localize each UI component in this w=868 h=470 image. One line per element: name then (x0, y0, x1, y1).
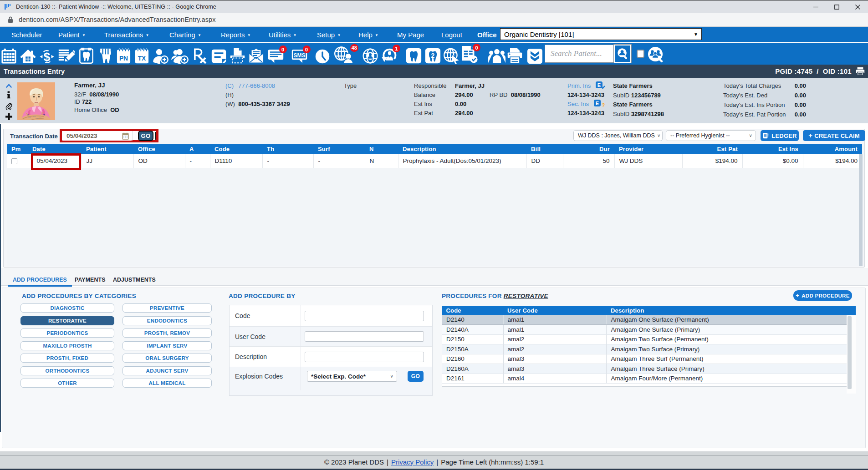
category-preventive[interactable]: PREVENTIVE (123, 303, 212, 313)
close-button[interactable] (847, 0, 868, 13)
maximize-button[interactable] (826, 0, 847, 13)
tooth-box-icon[interactable] (406, 46, 422, 66)
category-periodontics[interactable]: PERIODONTICS (20, 328, 114, 338)
prim-ins-eligibility-icon[interactable]: E (596, 81, 607, 89)
provider-select[interactable]: WJ DDS : Jones, William DDS˅ (573, 130, 663, 141)
transactions-scrollbar[interactable] (859, 154, 863, 266)
menu-patient[interactable]: Patient▾ (58, 27, 85, 42)
category-oral-surgery[interactable]: ORAL SURGERY (123, 354, 212, 363)
transaction-row[interactable]: 05/04/2023 JJ OD - D1110 - - N Prophylax… (7, 154, 862, 168)
schedule-icon[interactable] (1, 46, 16, 66)
category-orthodontics[interactable]: ORTHODONTICS (20, 366, 114, 375)
calendar-picker-icon[interactable] (122, 132, 129, 140)
category-restorative[interactable]: RESTORATIVE (20, 316, 114, 325)
add-patient-icon[interactable] (153, 46, 169, 66)
category-maxillo-prosth[interactable]: MAXILLO PROSTH (20, 341, 114, 350)
scan-document-icon[interactable] (230, 46, 245, 66)
browser-address-bar[interactable]: denticon.com/ASPX/Transactions/AdvancedT… (0, 13, 868, 27)
attachments-icon[interactable] (5, 102, 12, 111)
tab-payments[interactable]: PAYMENTS (75, 273, 105, 285)
perio-chart-icon[interactable] (98, 46, 112, 66)
scrollbar-thumb[interactable] (848, 316, 852, 389)
transaction-date-input[interactable]: 05/04/2023 (62, 131, 132, 141)
search-patient-button[interactable] (614, 45, 631, 63)
category-adjunct-serv[interactable]: ADJUNCT SERV (123, 366, 212, 375)
category-prosth-fixed[interactable]: PROSTH, FIXED (20, 354, 114, 363)
category-endodontics[interactable]: ENDODONTICS (123, 316, 212, 325)
menu-charting[interactable]: Charting▾ (169, 27, 200, 42)
code-input[interactable] (305, 311, 424, 321)
sms-icon[interactable]: SMS0 (291, 46, 307, 66)
family-search-icon[interactable] (647, 45, 665, 65)
menu-help[interactable]: Help▾ (358, 27, 378, 42)
note-icon[interactable] (211, 46, 226, 66)
print-page-icon[interactable] (855, 66, 865, 78)
scrollbar-thumb[interactable] (859, 154, 863, 266)
procedure-row-d2150[interactable]: D2150amal2Amalgam Two Surface (Permanent… (442, 334, 856, 344)
treatment-plan-icon[interactable]: TX (135, 46, 149, 66)
transaction-date-go-button[interactable]: GO (138, 131, 153, 141)
rx-icon[interactable] (192, 46, 207, 66)
patient-photo[interactable] (17, 82, 55, 120)
progress-notes-icon[interactable]: PN (117, 46, 131, 66)
menu-logout[interactable]: Logout (441, 27, 462, 42)
privacy-policy-link[interactable]: Privacy Policy (391, 458, 434, 466)
payment-icon[interactable]: $ (39, 47, 55, 67)
procedure-row-d2140a[interactable]: D2140Aamal1Amalgam One Surface (Primary) (442, 325, 856, 335)
add-family-icon[interactable] (171, 46, 189, 66)
menu-scheduler[interactable]: Scheduler (11, 27, 42, 42)
ledger-button[interactable]: LEDGER (761, 130, 799, 141)
category-prosth-remov[interactable]: PROSTH, REMOV (123, 328, 212, 338)
row-checkbox[interactable] (11, 158, 17, 164)
sec-ins-eligibility-icon[interactable]: E ? (594, 100, 605, 107)
procedures-scrollbar[interactable] (847, 315, 856, 394)
prim-ins-link[interactable]: Prim. Ins (567, 82, 591, 89)
open-mail-icon[interactable] (249, 46, 264, 66)
web-click-icon[interactable] (443, 45, 460, 66)
tab-adjustments[interactable]: ADJUSTMENTS (113, 273, 156, 285)
office-select[interactable]: Organic Dentistry [101] ▼ (500, 28, 702, 40)
print-icon[interactable] (507, 46, 523, 66)
chart-tooth-icon[interactable] (79, 45, 93, 66)
web-patient-icon[interactable]: 48 (333, 45, 354, 65)
category-diagnostic[interactable]: DIAGNOSTIC (20, 303, 114, 313)
procedure-row-d2160[interactable]: D2160amal3Amalgam Three Surf (Permanent) (442, 354, 856, 364)
online-profile-icon[interactable] (363, 46, 378, 66)
add-procedure-button[interactable]: +ADD PROCEDURE (793, 290, 852, 301)
family-icon[interactable] (488, 46, 505, 66)
procedure-row-d2140[interactable]: D2140amal1Amalgam One Surface (Permanent… (442, 315, 856, 325)
category-all-medical[interactable]: ALL MEDICAL (123, 379, 212, 388)
collapse-patient-icon[interactable] (6, 82, 12, 89)
home-icon[interactable] (20, 46, 36, 66)
category-other[interactable]: OTHER (20, 379, 114, 388)
description-input[interactable] (305, 352, 424, 362)
chat-icon[interactable]: 0 (268, 46, 284, 66)
time-clock-icon[interactable] (315, 46, 330, 66)
sec-ins-link[interactable]: Sec. Ins (567, 101, 589, 107)
menu-transactions[interactable]: Transactions▾ (104, 27, 148, 42)
collapse-icon[interactable] (527, 46, 542, 66)
minimize-button[interactable] (805, 0, 826, 13)
menu-my-page[interactable]: My Page (397, 27, 424, 42)
explosion-codes-select[interactable]: *Select Exp. Code*˅ (307, 371, 397, 382)
patient-cell-phone[interactable]: 777-666-8008 (238, 82, 275, 89)
tab-add-procedures[interactable]: ADD PROCEDURES (8, 273, 72, 287)
notes-edit-icon[interactable] (58, 46, 75, 66)
tooth-two-icon[interactable]: 2 (425, 46, 441, 66)
add-patient-note-icon[interactable] (5, 113, 12, 121)
hygienist-select[interactable]: -- Preferred Hygienist --˅ (666, 130, 756, 141)
patient-info-icon[interactable] (7, 91, 10, 100)
procedure-row-d2161[interactable]: D2161amal4Amalgam Four/More (Permanent) (442, 374, 856, 384)
create-claim-button[interactable]: +CREATE CLAIM (803, 130, 865, 141)
menu-utilities[interactable]: Utilities▾ (269, 27, 296, 42)
search-inactive-checkbox[interactable] (637, 50, 644, 58)
search-patient-input[interactable]: Search Patient... (545, 45, 614, 63)
patient-sync-icon[interactable]: 1 (381, 45, 398, 66)
procedure-row-d2150a[interactable]: D2150Aamal2Amalgam Two Surface (Primary) (442, 344, 856, 354)
user-code-input[interactable] (305, 331, 424, 342)
menu-setup[interactable]: Setup▾ (317, 27, 340, 42)
category-implant-serv[interactable]: IMPLANT SERV (123, 341, 212, 350)
procedure-row-d2160a[interactable]: D2160Aamal3Amalgam Three Surface (Primar… (442, 364, 856, 374)
eligibility-icon[interactable]: 0 (462, 45, 478, 65)
menu-reports[interactable]: Reports▾ (221, 27, 250, 42)
